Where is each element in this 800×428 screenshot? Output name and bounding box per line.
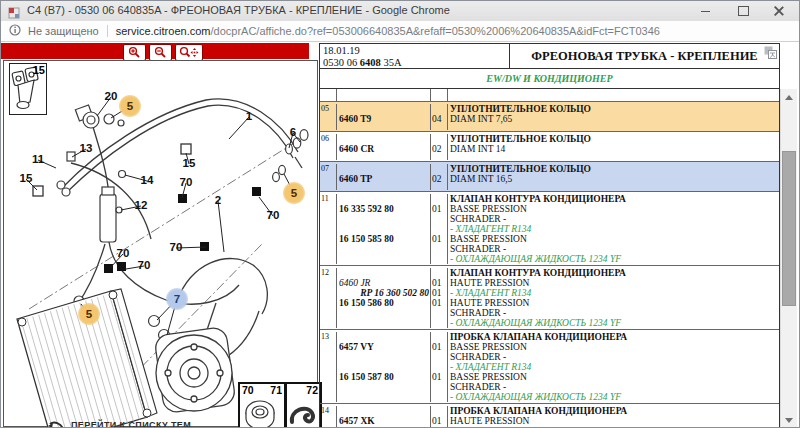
window-title: C4 (B7) - 0530 06 640835A - ФРЕОНОВАЯ ТР… xyxy=(27,4,450,16)
diagram-callout-70[interactable]: 70 xyxy=(164,241,188,253)
part-reference: 6460 JRRP 16 360 502 8016 150 586 80 xyxy=(337,268,430,328)
part-reference: 6460 CR xyxy=(337,134,430,160)
row-index: 12 xyxy=(320,268,337,328)
table-row[interactable] xyxy=(320,89,779,102)
table-row[interactable]: 07 6460 TP 02УПЛОТНИТЕЛЬНОЕ КОЛЬЦОDIAM I… xyxy=(320,162,779,192)
scroll-down-icon xyxy=(785,418,793,423)
diagram-callout-7[interactable]: 7 xyxy=(166,288,188,310)
security-label: Не защищено xyxy=(28,25,99,37)
back-to-topics-link[interactable]: ПЕРЕЙТИ К СПИСКУ ТЕМ xyxy=(47,420,191,428)
diagram-callout-70[interactable]: 70 xyxy=(261,209,285,221)
part-quantity: 04 xyxy=(430,104,448,130)
url-separator xyxy=(107,25,108,37)
row-index: 05 xyxy=(320,104,337,130)
part-description: УПЛОТНИТЕЛЬНОЕ КОЛЬЦОDIAM INT 16,5 xyxy=(448,164,779,190)
diagram-callout-14[interactable]: 14 xyxy=(135,174,159,186)
row-index: 13 xyxy=(320,332,337,402)
inset-part-70-71: 70 71 xyxy=(238,382,286,428)
clamp-drawing xyxy=(287,396,317,428)
diagram-callout-70[interactable]: 70 xyxy=(111,247,135,259)
part-description: КЛАПАН КОНТУРА КОНДИЦИОНЕРАBASSE PRESSIO… xyxy=(448,194,779,264)
row-index: 11 xyxy=(320,194,337,264)
close-button[interactable] xyxy=(765,3,793,19)
close-icon xyxy=(774,6,784,16)
part-reference: 6460 TP xyxy=(337,164,430,190)
table-row[interactable]: 05 6460 T9 04УПЛОТНИТЕЛЬНОЕ КОЛЬЦОDIAM I… xyxy=(320,102,779,132)
diagram-callout-15[interactable]: 15 xyxy=(177,157,201,169)
diagram-callout-5[interactable]: 5 xyxy=(119,95,141,117)
part-quantity: 02 xyxy=(430,134,448,160)
scroll-up-button[interactable] xyxy=(781,89,797,106)
document-ref: 0530 06 6408 35A xyxy=(323,57,506,69)
minimize-button[interactable] xyxy=(691,3,719,19)
url-path: /docprAC/affiche.do?ref=053006640835A&re… xyxy=(210,25,659,37)
scroll-up-icon xyxy=(785,95,793,100)
part-description: УПЛОТНИТЕЛЬНОЕ КОЛЬЦОDIAM INT 7,65 xyxy=(448,104,779,130)
parts-diagram: 2051613111515147052127070707075 xyxy=(1,41,319,428)
address-bar[interactable]: Не защищено service.citroen.com/docprAC/… xyxy=(1,21,800,42)
nut-drawing xyxy=(240,396,280,428)
part-quantity xyxy=(430,89,448,101)
diagram-callout-5[interactable]: 5 xyxy=(78,303,100,325)
inset-part-71-label: 71 xyxy=(270,384,282,396)
table-row[interactable]: 13 6457 VY 16 150 587 80 01 01 ПРОБКА КЛ… xyxy=(320,330,779,404)
window-titlebar: C4 (B7) - 0530 06 640835A - ФРЕОНОВАЯ ТР… xyxy=(1,1,800,22)
diagram-callout-11[interactable]: 11 xyxy=(26,153,50,165)
part-quantity: 01 xyxy=(430,406,448,428)
document-subtitle: EW/DW И КОНДИЦИОНЕР xyxy=(319,69,780,89)
table-row[interactable]: 12 6460 JRRP 16 360 502 8016 150 586 80 … xyxy=(320,266,779,330)
part-reference: 6457 XK xyxy=(337,406,430,428)
part-description: ПРОБКА КЛАПАНА КОНДИЦИОНЕРАHAUTE PRESSIO… xyxy=(448,406,779,428)
diagram-callout-15[interactable]: 15 xyxy=(14,172,38,184)
part-description: УПЛОТНИТЕЛЬНОЕ КОЛЬЦОDIAM INT 14 xyxy=(448,134,779,160)
document-date: 18.01.19 xyxy=(323,45,506,57)
inset-part-15-label: 15 xyxy=(33,64,45,76)
diagram-callout-2[interactable]: 2 xyxy=(206,194,230,206)
part-quantity: 01 01 xyxy=(430,194,448,264)
part-description: ПРОБКА КЛАПАНА КОНДИЦИОНЕРАBASSE PRESSIO… xyxy=(448,332,779,402)
diagram-drawing xyxy=(1,41,319,428)
document-header: 18.01.19 0530 06 6408 35A ФРЕОНОВАЯ ТРУБ… xyxy=(319,43,780,69)
parts-table-body: 05 6460 T9 04УПЛОТНИТЕЛЬНОЕ КОЛЬЦОDIAM I… xyxy=(319,89,780,428)
back-arrow-icon xyxy=(47,420,65,428)
document-ref-cell: 18.01.19 0530 06 6408 35A xyxy=(320,44,510,68)
inset-part-72: 72 xyxy=(285,382,322,428)
minimize-icon xyxy=(701,11,710,12)
inset-part-15: 15 xyxy=(9,63,47,115)
diagram-callout-70[interactable]: 70 xyxy=(132,259,156,271)
table-row[interactable]: 14 6457 XK 01ПРОБКА КЛАПАНА КОНДИЦИОНЕРА… xyxy=(320,404,779,428)
info-icon[interactable] xyxy=(9,22,21,40)
part-reference xyxy=(337,89,430,101)
document-title: ФРЕОНОВАЯ ТРУБКА - КРЕПЛЕНИЕ xyxy=(510,44,779,68)
diagram-callout-5[interactable]: 5 xyxy=(283,182,305,204)
part-quantity: 010101 xyxy=(430,268,448,328)
row-index: 07 xyxy=(320,164,337,190)
maximize-icon xyxy=(738,6,749,16)
back-to-topics-label: ПЕРЕЙТИ К СПИСКУ ТЕМ xyxy=(71,420,191,428)
row-index xyxy=(320,89,337,101)
inset-part-72-label: 72 xyxy=(306,384,318,396)
parts-document: 18.01.19 0530 06 6408 35A ФРЕОНОВАЯ ТРУБ… xyxy=(319,43,780,428)
part-quantity: 01 01 xyxy=(430,332,448,402)
row-index: 14 xyxy=(320,406,337,428)
part-quantity: 02 xyxy=(430,164,448,190)
table-row[interactable]: 11 16 335 592 80 16 150 585 80 01 01 КЛА… xyxy=(320,192,779,266)
part-reference: 6460 T9 xyxy=(337,104,430,130)
scrollbar-thumb[interactable] xyxy=(782,151,796,306)
diagram-callout-12[interactable]: 12 xyxy=(129,199,153,211)
part-reference: 16 335 592 80 16 150 585 80 xyxy=(337,194,430,264)
part-description xyxy=(448,89,779,101)
diagram-callout-13[interactable]: 13 xyxy=(74,142,98,154)
part-description: КЛАПАН КОНТУРА КОНДИЦИОНЕРАHAUTE PRESSIO… xyxy=(448,268,779,328)
part-reference: 6457 VY 16 150 587 80 xyxy=(337,332,430,402)
table-scrollbar[interactable] xyxy=(780,89,797,428)
inset-part-70-label: 70 xyxy=(242,384,254,396)
maximize-button[interactable] xyxy=(729,3,757,19)
diagram-callout-70[interactable]: 70 xyxy=(174,176,198,188)
table-row[interactable]: 06 6460 CR 02УПЛОТНИТЕЛЬНОЕ КОЛЬЦОDIAM I… xyxy=(320,132,779,162)
url-host: service.citroen.com xyxy=(116,25,211,37)
row-index: 06 xyxy=(320,134,337,160)
diagram-callout-6[interactable]: 6 xyxy=(281,126,305,138)
scroll-down-button[interactable] xyxy=(781,412,797,428)
diagram-callout-1[interactable]: 1 xyxy=(237,110,261,122)
